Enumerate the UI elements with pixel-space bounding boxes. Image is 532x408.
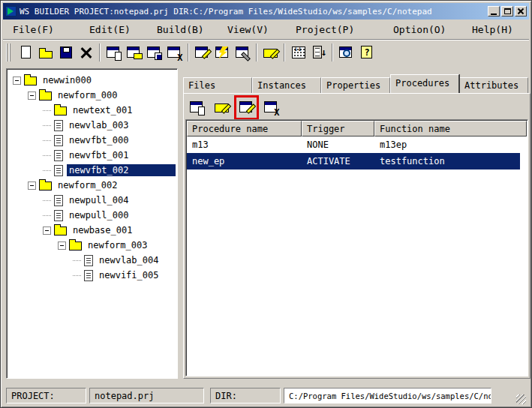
save-file-icon bbox=[58, 44, 74, 61]
table-cell: NONE bbox=[302, 140, 374, 150]
menu-project[interactable]: Project(P) bbox=[293, 22, 356, 37]
delete-icon bbox=[78, 44, 95, 61]
help-icon bbox=[359, 44, 375, 61]
table-row[interactable]: new_epACTIVATEtestfunction bbox=[187, 153, 520, 170]
app-icon bbox=[5, 6, 17, 16]
menu-help[interactable]: Help(H) bbox=[470, 22, 515, 37]
close-button[interactable] bbox=[515, 6, 527, 16]
maximize-icon bbox=[504, 8, 511, 14]
toolbar-grip[interactable] bbox=[6, 44, 12, 62]
toolbar-separator bbox=[256, 44, 257, 62]
open-folder-button[interactable] bbox=[35, 42, 56, 62]
status-project-label: PROJECT: bbox=[6, 388, 86, 404]
tree-branch-line bbox=[43, 170, 51, 171]
document-icon bbox=[84, 270, 93, 281]
window-new-button[interactable] bbox=[104, 42, 124, 62]
tree-item-newbase_001[interactable]: newbase_001 bbox=[10, 223, 176, 238]
column-header-procedure-name[interactable]: Procedure name bbox=[187, 121, 302, 136]
column-header-function-name[interactable]: Function name bbox=[374, 121, 527, 136]
expander-minus-icon[interactable] bbox=[13, 76, 21, 85]
tree-item-newtext_001[interactable]: newtext_001 bbox=[10, 103, 176, 118]
menu-file[interactable]: File(F) bbox=[11, 22, 56, 37]
toolbar-separator bbox=[188, 44, 189, 62]
window-delete-icon bbox=[167, 44, 183, 61]
tree-item-newform_000[interactable]: newform_000 bbox=[10, 88, 176, 103]
folder-icon bbox=[54, 226, 67, 236]
tab-properties[interactable]: Properties bbox=[321, 77, 390, 93]
tab-attributes[interactable]: Attributes bbox=[459, 77, 528, 93]
tree-item-label: newpull_000 bbox=[67, 209, 131, 221]
window-open-icon bbox=[126, 44, 143, 61]
help-button[interactable] bbox=[356, 42, 377, 62]
app-window: WS BUILDER PROJECT:notepad.prj DIR:C:/Pr… bbox=[0, 0, 532, 408]
tree-item-newwin000[interactable]: newwin000 bbox=[10, 73, 176, 88]
list-sort-button[interactable] bbox=[308, 42, 329, 62]
save-file-button[interactable] bbox=[56, 42, 76, 62]
expander-minus-icon[interactable] bbox=[28, 182, 36, 190]
table-cell: testfunction bbox=[374, 156, 520, 166]
delete-procedure-button[interactable] bbox=[261, 98, 281, 118]
tree-item-newvfbt_000[interactable]: newvfbt_000 bbox=[10, 133, 176, 148]
table-cell: m13 bbox=[187, 140, 302, 150]
tree-branch-line bbox=[43, 155, 51, 156]
tree-branch-line bbox=[73, 275, 81, 276]
folder-icon bbox=[39, 92, 52, 100]
window-edit-button[interactable] bbox=[192, 42, 212, 62]
status-project-value: notepad.prj bbox=[89, 388, 204, 404]
window-new-icon bbox=[106, 44, 122, 61]
window-build-button[interactable] bbox=[212, 42, 233, 62]
toolbar-separator bbox=[99, 44, 101, 62]
tree-item-newvlab_004[interactable]: newvlab_004 bbox=[10, 253, 176, 268]
tab-instances[interactable]: Instances bbox=[252, 77, 321, 93]
tree-item-label: newform_002 bbox=[56, 179, 119, 191]
tree-item-label: newbase_001 bbox=[71, 224, 134, 236]
tab-files[interactable]: Files bbox=[183, 77, 252, 93]
column-header-trigger[interactable]: Trigger bbox=[302, 121, 374, 136]
tree-item-label: newvfbt_002 bbox=[67, 164, 176, 176]
window-tools-button[interactable] bbox=[233, 42, 253, 62]
tree-item-label: newform_000 bbox=[56, 89, 119, 101]
minimize-button[interactable] bbox=[488, 6, 500, 16]
expander-minus-icon[interactable] bbox=[58, 242, 66, 250]
window-search-button[interactable] bbox=[336, 42, 356, 62]
document-icon bbox=[54, 195, 63, 206]
menu-edit[interactable]: Edit(E) bbox=[87, 22, 133, 37]
open-procedure-button[interactable] bbox=[212, 98, 232, 118]
tree-item-newpull_000[interactable]: newpull_000 bbox=[10, 208, 176, 223]
tree-item-newvifi_005[interactable]: newvifi_005 bbox=[10, 268, 176, 283]
grid-settings-button[interactable] bbox=[288, 42, 308, 62]
expander-minus-icon[interactable] bbox=[28, 92, 36, 100]
maximize-button[interactable] bbox=[501, 6, 513, 16]
resize-grip[interactable] bbox=[516, 394, 526, 404]
tree-branch-line bbox=[43, 215, 51, 216]
folder-pointer-button[interactable] bbox=[260, 42, 281, 62]
window-search-icon bbox=[338, 44, 355, 61]
toolbar-separator bbox=[332, 44, 333, 62]
document-icon bbox=[54, 150, 63, 161]
window-edit-icon bbox=[194, 44, 211, 61]
main-toolbar bbox=[3, 39, 529, 66]
window-open-button[interactable] bbox=[124, 42, 144, 62]
tree-item-newform_002[interactable]: newform_002 bbox=[10, 178, 176, 193]
window-title: WS BUILDER PROJECT:notepad.prj DIR:C:/Pr… bbox=[20, 7, 485, 16]
new-file-button[interactable] bbox=[15, 42, 35, 62]
new-procedure-button[interactable] bbox=[187, 98, 207, 118]
menu-option[interactable]: Option(O) bbox=[391, 22, 448, 37]
tab-procedures[interactable]: Procedures bbox=[390, 74, 459, 93]
tree-item-newvlab_003[interactable]: newvlab_003 bbox=[10, 118, 176, 133]
expander-minus-icon[interactable] bbox=[43, 226, 51, 235]
window-save-button[interactable] bbox=[144, 42, 164, 62]
menu-view[interactable]: View(V) bbox=[225, 22, 271, 37]
menu-build[interactable]: Build(B) bbox=[155, 22, 206, 37]
window-delete-button[interactable] bbox=[164, 42, 185, 62]
table-row[interactable]: m13NONEm13ep bbox=[187, 136, 520, 153]
tree-branch-line bbox=[43, 110, 51, 111]
tree-branch-line bbox=[43, 140, 51, 141]
tree-item-newpull_004[interactable]: newpull_004 bbox=[10, 193, 176, 208]
tree-item-newvfbt_002[interactable]: newvfbt_002 bbox=[10, 163, 176, 178]
edit-procedure-button[interactable] bbox=[236, 98, 257, 118]
tree-item-newform_003[interactable]: newform_003 bbox=[10, 238, 176, 253]
close-icon bbox=[517, 8, 524, 15]
delete-button[interactable] bbox=[76, 42, 96, 62]
tree-item-newvfbt_001[interactable]: newvfbt_001 bbox=[10, 148, 176, 163]
